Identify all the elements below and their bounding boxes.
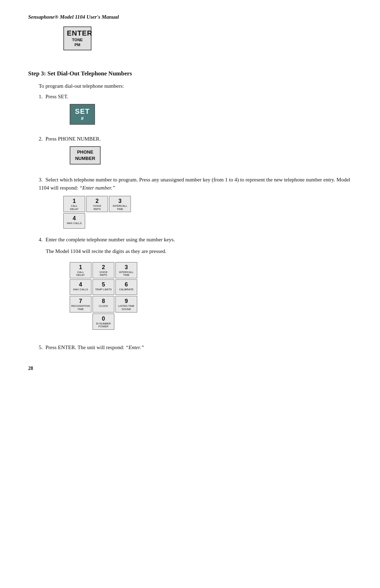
key-7: 7 RECOGNITIONTIME bbox=[70, 296, 91, 312]
step5-italic: “Enter.” bbox=[126, 345, 144, 350]
key-6: 6 CALIBRATE bbox=[115, 279, 137, 295]
key-4: 4 MAX CALLS bbox=[70, 279, 91, 295]
page-number: 28 bbox=[28, 366, 352, 371]
step4-text2: The Model 1104 will recite the digits as… bbox=[46, 248, 166, 254]
step-heading: Step 3: Set Dial-Out Telephone Numbers bbox=[28, 70, 352, 77]
enter-sub1-label: TONE bbox=[67, 37, 88, 42]
enter-button: ENTER TONE PM bbox=[63, 26, 91, 50]
key-0: 0 ID NUMBERPOWER bbox=[93, 314, 114, 330]
phone-line2: NUMBER bbox=[75, 156, 95, 161]
header-title: Sensaphone® Model 1104 User's Manual bbox=[28, 14, 352, 20]
enter-main-label: ENTER bbox=[67, 29, 88, 37]
key-5: 5 TEMP LIMITS bbox=[93, 279, 114, 295]
enter-sub2-label: PM bbox=[67, 42, 88, 47]
step2-text: Press PHONE NUMBER. bbox=[45, 136, 101, 142]
key-4-small: 4 MAX CALLS bbox=[63, 213, 85, 229]
key-3-small: 3 INTERCALLTIME bbox=[109, 196, 131, 212]
phone-number-button: PHONE NUMBER bbox=[70, 146, 101, 165]
step3-num: 3. bbox=[39, 177, 43, 182]
step2-num: 2. bbox=[39, 136, 43, 142]
key-2: 2 VOICEREPS bbox=[93, 262, 114, 278]
phone-line1: PHONE bbox=[77, 149, 93, 155]
full-keypad: 1 CALLDELAY 2 VOICEREPS 3 INTERCALLTIME … bbox=[70, 262, 137, 331]
step5-num: 5. bbox=[39, 345, 43, 350]
step4-num: 4. bbox=[39, 237, 43, 242]
step3-italic: “Enter number.” bbox=[80, 185, 115, 191]
set-button: SET # bbox=[70, 104, 95, 125]
key-1: 1 CALLDELAY bbox=[70, 262, 91, 278]
step1-text: Press SET. bbox=[45, 94, 68, 99]
intro-para: To program dial-out telephone numbers: bbox=[28, 82, 352, 90]
key-2-small: 2 VOICEREPS bbox=[86, 196, 108, 212]
key-3: 3 INTERCALLTIME bbox=[115, 262, 137, 278]
key-1-small: 1 CALLDELAY bbox=[63, 196, 85, 212]
step5-text: Press ENTER. The unit will respond: bbox=[45, 345, 126, 350]
set-main-label: SET bbox=[73, 107, 91, 116]
key-8: 8 CLOCK bbox=[93, 296, 114, 312]
set-sub-label: # bbox=[73, 116, 91, 121]
step1-num: 1. bbox=[39, 94, 43, 99]
key-9: 9 LISTEN TIMESOUND bbox=[115, 296, 137, 312]
step4-text1: Enter the complete telephone number usin… bbox=[45, 237, 175, 242]
small-keypad: 1 CALLDELAY 2 VOICEREPS 3 INTERCALLTIME … bbox=[63, 196, 352, 229]
